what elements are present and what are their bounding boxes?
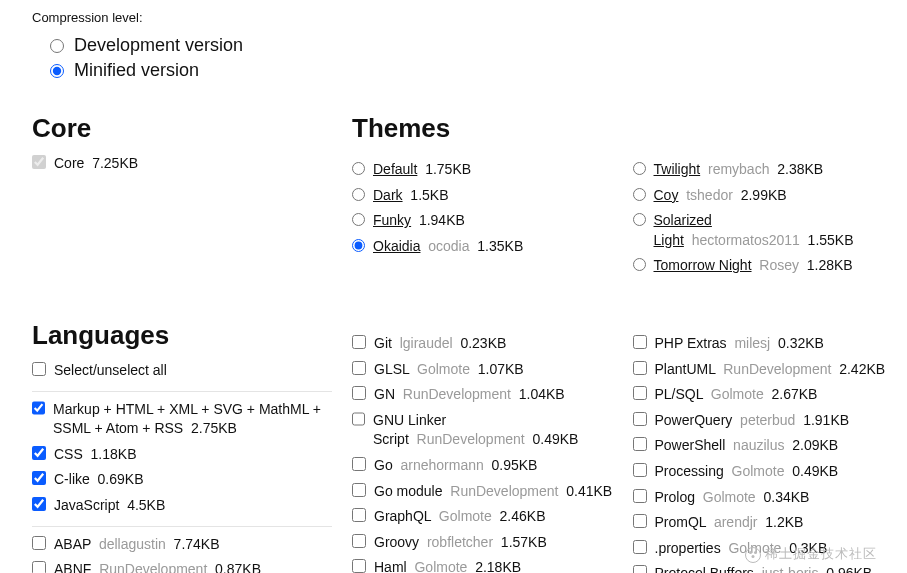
option-row[interactable]: PHP Extras milesj 0.32KB — [633, 334, 894, 354]
option-author: ocodia — [428, 238, 469, 254]
option-row[interactable]: ABAP dellagustin 7.74KB — [32, 535, 332, 555]
option-size: 7.74KB — [174, 536, 220, 552]
option-size: 0.87KB — [215, 561, 261, 573]
option-size: 2.46KB — [500, 508, 546, 524]
option-row[interactable]: Solarized Light hectormatos2011 1.55KB — [633, 211, 894, 250]
option-checkbox[interactable] — [352, 412, 365, 426]
option-row[interactable]: ABNF RunDevelopment 0.87KB — [32, 560, 332, 573]
option-size: 1.2KB — [765, 514, 803, 530]
option-checkbox[interactable] — [633, 361, 647, 375]
option-label: Default — [373, 161, 417, 177]
option-row[interactable]: .properties Golmote 0.3KB — [633, 539, 894, 559]
option-row[interactable]: JavaScript 4.5KB — [32, 496, 332, 516]
option-size: 0.3KB — [789, 540, 827, 556]
option-row[interactable]: Go arnehormann 0.95KB — [352, 456, 613, 476]
option-checkbox[interactable] — [352, 361, 366, 375]
theme-radio[interactable] — [633, 213, 646, 226]
option-row[interactable]: Dark 1.5KB — [352, 186, 613, 206]
option-checkbox[interactable] — [32, 401, 45, 415]
option-row[interactable]: Prolog Golmote 0.34KB — [633, 488, 894, 508]
theme-radio[interactable] — [352, 162, 365, 175]
option-checkbox[interactable] — [32, 471, 46, 485]
option-checkbox[interactable] — [352, 483, 366, 497]
compression-option[interactable]: Minified version — [50, 60, 893, 81]
option-row[interactable]: Git lgiraudel 0.23KB — [352, 334, 613, 354]
option-row[interactable]: Processing Golmote 0.49KB — [633, 462, 894, 482]
select-all-checkbox[interactable] — [32, 362, 46, 376]
option-row[interactable]: PlantUML RunDevelopment 2.42KB — [633, 360, 894, 380]
option-row[interactable]: Markup + HTML + XML + SVG + MathML + SSM… — [32, 400, 332, 439]
option-checkbox[interactable] — [352, 508, 366, 522]
option-row[interactable]: Coy tshedor 2.99KB — [633, 186, 894, 206]
compression-level-label: Compression level: — [32, 10, 893, 25]
option-size: 2.99KB — [741, 187, 787, 203]
option-checkbox[interactable] — [352, 386, 366, 400]
option-checkbox[interactable] — [352, 335, 366, 349]
option-checkbox[interactable] — [352, 457, 366, 471]
option-row[interactable]: Twilight remybach 2.38KB — [633, 160, 894, 180]
compression-radio[interactable] — [50, 39, 64, 53]
option-checkbox[interactable] — [633, 540, 647, 554]
option-row[interactable]: Core 7.25KB — [32, 154, 332, 174]
option-row[interactable]: CSS 1.18KB — [32, 445, 332, 465]
option-row[interactable]: C-like 0.69KB — [32, 470, 332, 490]
option-row[interactable]: Funky 1.94KB — [352, 211, 613, 231]
option-row[interactable]: PowerShell nauzilus 2.09KB — [633, 436, 894, 456]
option-checkbox[interactable] — [32, 497, 46, 511]
option-checkbox[interactable] — [633, 463, 647, 477]
option-label: Core — [54, 155, 84, 171]
option-checkbox[interactable] — [633, 437, 647, 451]
theme-radio[interactable] — [352, 239, 365, 252]
option-row[interactable]: PL/SQL Golmote 2.67KB — [633, 385, 894, 405]
option-checkbox[interactable] — [633, 514, 647, 528]
option-checkbox[interactable] — [352, 534, 366, 548]
option-checkbox[interactable] — [32, 446, 46, 460]
option-row[interactable]: Okaidia ocodia 1.35KB — [352, 237, 613, 257]
option-row[interactable]: Groovy robfletcher 1.57KB — [352, 533, 613, 553]
option-author: arendjr — [714, 514, 758, 530]
option-row[interactable]: GraphQL Golmote 2.46KB — [352, 507, 613, 527]
option-checkbox[interactable] — [633, 386, 647, 400]
option-checkbox[interactable] — [32, 536, 46, 550]
option-size: 1.35KB — [477, 238, 523, 254]
option-size: 1.94KB — [419, 212, 465, 228]
option-checkbox[interactable] — [633, 412, 647, 426]
select-all-row[interactable]: Select/unselect all — [32, 361, 332, 381]
theme-radio[interactable] — [352, 213, 365, 226]
option-row[interactable]: PowerQuery peterbud 1.91KB — [633, 411, 894, 431]
compression-radio[interactable] — [50, 64, 64, 78]
theme-radio[interactable] — [633, 258, 646, 271]
option-checkbox[interactable] — [633, 335, 647, 349]
option-author: RunDevelopment — [417, 431, 525, 447]
theme-radio[interactable] — [352, 188, 365, 201]
option-checkbox[interactable] — [32, 561, 46, 573]
option-label: PlantUML — [655, 361, 716, 377]
option-checkbox[interactable] — [352, 559, 366, 573]
theme-radio[interactable] — [633, 188, 646, 201]
option-row[interactable]: Haml Golmote 2.18KB — [352, 558, 613, 573]
compression-option[interactable]: Development version — [50, 35, 893, 56]
option-label: PL/SQL — [655, 386, 704, 402]
option-label: Okaidia — [373, 238, 420, 254]
option-label: Protocol Buffers — [655, 565, 754, 573]
option-row[interactable]: GLSL Golmote 1.07KB — [352, 360, 613, 380]
option-size: 0.32KB — [778, 335, 824, 351]
option-size: 0.23KB — [460, 335, 506, 351]
option-row[interactable]: Tomorrow Night Rosey 1.28KB — [633, 256, 894, 276]
option-row[interactable]: Protocol Buffers just-boris 0.96KB — [633, 564, 894, 573]
option-row[interactable]: Default 1.75KB — [352, 160, 613, 180]
option-size: 2.42KB — [839, 361, 885, 377]
option-checkbox[interactable] — [633, 489, 647, 503]
option-size: 1.91KB — [803, 412, 849, 428]
option-row[interactable]: PromQL arendjr 1.2KB — [633, 513, 894, 533]
option-label: GraphQL — [374, 508, 431, 524]
option-row[interactable]: Go module RunDevelopment 0.41KB — [352, 482, 613, 502]
option-row[interactable]: GN RunDevelopment 1.04KB — [352, 385, 613, 405]
option-label: Markup + HTML + XML + SVG + MathML + SSM… — [53, 401, 321, 437]
option-label: Processing — [655, 463, 724, 479]
theme-radio[interactable] — [633, 162, 646, 175]
option-row[interactable]: GNU Linker Script RunDevelopment 0.49KB — [352, 411, 613, 450]
option-checkbox[interactable] — [633, 565, 647, 573]
option-checkbox[interactable] — [32, 155, 46, 169]
option-author: arnehormann — [400, 457, 483, 473]
